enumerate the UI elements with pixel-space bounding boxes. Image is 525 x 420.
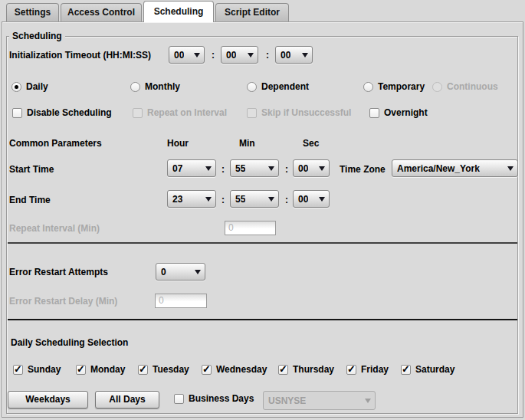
checkbox-icon	[202, 365, 212, 375]
checkbox-icon	[247, 108, 257, 118]
tab-access-control[interactable]: Access Control	[61, 3, 142, 21]
start-hour-select[interactable]: 07	[167, 159, 216, 177]
end-min-value: 55	[235, 194, 245, 205]
monday-checkbox[interactable]: Monday	[76, 364, 125, 375]
checkbox-label: Skip if Unsuccessful	[261, 107, 351, 118]
chevron-down-icon	[268, 166, 274, 171]
start-time-label: Start Time	[9, 164, 54, 175]
separator	[8, 242, 517, 244]
start-hour-value: 07	[172, 163, 182, 174]
chevron-down-icon	[319, 197, 325, 202]
time-zone-select[interactable]: America/New_York	[392, 159, 518, 177]
skip-if-unsuccessful-checkbox: Skip if Unsuccessful	[247, 107, 351, 118]
time-colon: :	[285, 195, 288, 205]
time-colon: :	[266, 50, 269, 61]
time-colon: :	[285, 164, 288, 175]
chevron-down-icon	[194, 53, 200, 57]
chevron-down-icon	[195, 270, 201, 274]
error-restart-delay-label: Error Restart Delay (Min)	[9, 296, 117, 307]
radio-label: Monthly	[145, 81, 180, 92]
radio-label: Dependent	[261, 81, 309, 92]
chevron-down-icon	[365, 399, 371, 403]
radio-temporary[interactable]: Temporary	[363, 81, 425, 92]
error-restart-attempts-value: 0	[161, 267, 166, 277]
error-restart-attempts-label: Error Restart Attempts	[9, 267, 108, 277]
repeat-interval-field: 0	[225, 221, 276, 235]
repeat-interval-label: Repeat Interval (Min)	[9, 223, 100, 234]
chevron-down-icon	[205, 197, 212, 202]
overnight-checkbox[interactable]: Overnight	[369, 107, 428, 118]
end-hour-select[interactable]: 23	[167, 190, 216, 208]
checkbox-icon	[278, 365, 288, 375]
error-restart-attempts-select[interactable]: 0	[156, 263, 205, 281]
end-min-select[interactable]: 55	[230, 190, 279, 208]
init-hh-value: 00	[174, 50, 184, 61]
checkbox-icon	[369, 108, 379, 118]
weekdays-button[interactable]: Weekdays	[8, 391, 88, 409]
radio-dependent[interactable]: Dependent	[247, 81, 309, 92]
radio-icon	[363, 82, 373, 92]
checkbox-label: Sunday	[28, 364, 61, 375]
all-days-button[interactable]: All Days	[95, 391, 159, 409]
business-calendar-value: USNYSE	[268, 395, 306, 406]
tuesday-checkbox[interactable]: Tuesday	[138, 364, 189, 375]
chevron-down-icon	[268, 197, 274, 202]
end-time-label: End Time	[9, 195, 51, 205]
radio-icon	[130, 82, 140, 92]
init-timeout-label: Initialization Timeout (HH:MI:SS)	[9, 50, 151, 61]
business-days-checkbox[interactable]: Business Days	[174, 393, 254, 404]
friday-checkbox[interactable]: Friday	[346, 364, 389, 375]
tab-settings[interactable]: Settings	[6, 3, 59, 21]
radio-icon	[11, 82, 21, 92]
end-sec-value: 00	[298, 194, 308, 205]
checkbox-label: Saturday	[415, 364, 454, 375]
chevron-down-icon	[507, 166, 514, 171]
init-mi-value: 00	[226, 50, 236, 61]
start-sec-value: 00	[298, 163, 308, 174]
checkbox-label: Friday	[361, 364, 389, 375]
radio-label: Continuous	[447, 81, 498, 92]
business-calendar-select: USNYSE	[263, 391, 376, 410]
checkbox-label: Thursday	[293, 364, 334, 375]
daily-scheduling-selection-label: Daily Scheduling Selection	[11, 337, 128, 348]
init-ss-value: 00	[281, 50, 290, 61]
sunday-checkbox[interactable]: Sunday	[13, 364, 61, 375]
disable-scheduling-checkbox[interactable]: Disable Scheduling	[12, 107, 112, 118]
groupbox-title: Scheduling	[9, 31, 65, 41]
common-parameters-label: Common Parameters	[9, 138, 102, 149]
wednesday-checkbox[interactable]: Wednesday	[202, 364, 267, 375]
checkbox-label: Monday	[90, 364, 125, 375]
start-min-select[interactable]: 55	[230, 159, 279, 177]
scheduling-window: Settings Access Control Scheduling Scrip…	[0, 0, 525, 420]
tab-scheduling[interactable]: Scheduling	[143, 1, 214, 22]
start-min-value: 55	[235, 163, 245, 174]
init-hh-select[interactable]: 00	[169, 46, 205, 64]
time-colon: :	[212, 50, 215, 61]
checkbox-icon	[346, 365, 356, 375]
saturday-checkbox[interactable]: Saturday	[401, 364, 454, 375]
checkbox-icon	[13, 365, 23, 375]
repeat-on-interval-checkbox: Repeat on Interval	[133, 107, 227, 118]
end-hour-value: 23	[172, 194, 182, 205]
time-colon: :	[221, 164, 225, 175]
start-sec-select[interactable]: 00	[293, 159, 330, 177]
radio-continuous: Continuous	[432, 81, 498, 92]
tab-script-editor[interactable]: Script Editor	[215, 3, 289, 21]
checkbox-icon	[174, 394, 184, 404]
radio-label: Daily	[26, 81, 48, 92]
chevron-down-icon	[205, 166, 212, 171]
radio-daily[interactable]: Daily	[11, 81, 48, 92]
init-ss-select[interactable]: 00	[275, 46, 313, 64]
checkbox-label: Disable Scheduling	[27, 107, 112, 118]
radio-icon	[432, 82, 442, 92]
radio-monthly[interactable]: Monthly	[130, 81, 180, 92]
radio-label: Temporary	[378, 81, 425, 92]
checkbox-label: Business Days	[189, 393, 254, 404]
init-mi-select[interactable]: 00	[221, 46, 258, 64]
checkbox-label: Wednesday	[216, 364, 267, 375]
time-zone-value: America/New_York	[397, 163, 480, 174]
thursday-checkbox[interactable]: Thursday	[278, 364, 334, 375]
checkbox-icon	[76, 365, 86, 375]
end-sec-select[interactable]: 00	[293, 190, 330, 208]
checkbox-label: Repeat on Interval	[147, 107, 227, 118]
